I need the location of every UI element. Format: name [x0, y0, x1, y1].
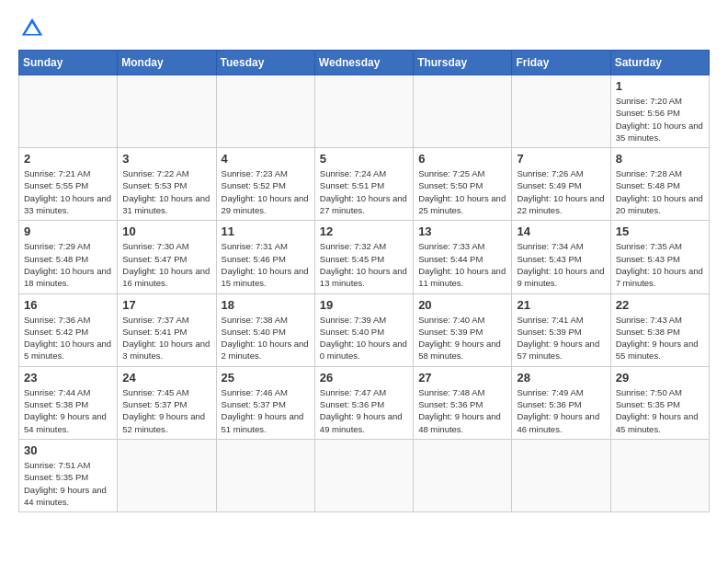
- calendar-cell: [512, 75, 610, 148]
- cell-info-text: Sunrise: 7:40 AM Sunset: 5:39 PM Dayligh…: [418, 314, 506, 362]
- cell-info-text: Sunrise: 7:25 AM Sunset: 5:50 PM Dayligh…: [418, 167, 506, 216]
- cell-info-text: Sunrise: 7:39 AM Sunset: 5:40 PM Dayligh…: [320, 314, 408, 362]
- calendar-week-row: 16Sunrise: 7:36 AM Sunset: 5:42 PM Dayli…: [19, 293, 710, 366]
- cell-info-text: Sunrise: 7:50 AM Sunset: 5:35 PM Dayligh…: [616, 386, 704, 435]
- cell-info-text: Sunrise: 7:49 AM Sunset: 5:36 PM Dayligh…: [517, 386, 605, 435]
- calendar-cell: 2Sunrise: 7:21 AM Sunset: 5:55 PM Daylig…: [19, 148, 118, 221]
- calendar-cell: [216, 439, 314, 511]
- calendar-cell: [314, 439, 413, 511]
- cell-info-text: Sunrise: 7:37 AM Sunset: 5:41 PM Dayligh…: [122, 314, 210, 362]
- calendar-cell: 4Sunrise: 7:23 AM Sunset: 5:52 PM Daylig…: [216, 148, 314, 221]
- calendar-week-row: 23Sunrise: 7:44 AM Sunset: 5:38 PM Dayli…: [19, 366, 710, 439]
- cell-info-text: Sunrise: 7:41 AM Sunset: 5:39 PM Dayligh…: [517, 314, 605, 362]
- cell-date-number: 20: [418, 298, 506, 312]
- logo-icon: [18, 15, 46, 42]
- cell-date-number: 2: [24, 152, 112, 166]
- calendar-cell: 8Sunrise: 7:28 AM Sunset: 5:48 PM Daylig…: [610, 148, 709, 221]
- calendar-cell: 26Sunrise: 7:47 AM Sunset: 5:36 PM Dayli…: [314, 366, 413, 439]
- cell-info-text: Sunrise: 7:20 AM Sunset: 5:56 PM Dayligh…: [616, 95, 704, 144]
- cell-info-text: Sunrise: 7:51 AM Sunset: 5:35 PM Dayligh…: [24, 459, 112, 508]
- calendar-cell: 24Sunrise: 7:45 AM Sunset: 5:37 PM Dayli…: [118, 366, 216, 439]
- cell-date-number: 23: [24, 371, 112, 385]
- calendar-cell: 19Sunrise: 7:39 AM Sunset: 5:40 PM Dayli…: [314, 293, 413, 366]
- cell-date-number: 26: [320, 371, 408, 385]
- cell-date-number: 4: [222, 152, 310, 166]
- cell-date-number: 22: [616, 298, 704, 312]
- calendar-cell: 3Sunrise: 7:22 AM Sunset: 5:53 PM Daylig…: [118, 148, 216, 221]
- cell-info-text: Sunrise: 7:47 AM Sunset: 5:36 PM Dayligh…: [320, 386, 408, 435]
- calendar-cell: 6Sunrise: 7:25 AM Sunset: 5:50 PM Daylig…: [414, 148, 512, 221]
- cell-date-number: 14: [517, 224, 605, 238]
- calendar-cell: [216, 75, 314, 148]
- cell-info-text: Sunrise: 7:43 AM Sunset: 5:38 PM Dayligh…: [616, 314, 704, 362]
- calendar-week-row: 2Sunrise: 7:21 AM Sunset: 5:55 PM Daylig…: [19, 148, 710, 221]
- weekday-header-friday: Friday: [512, 51, 610, 75]
- weekday-header-monday: Monday: [118, 51, 216, 75]
- logo: [18, 15, 50, 42]
- calendar-week-row: 1Sunrise: 7:20 AM Sunset: 5:56 PM Daylig…: [19, 75, 710, 148]
- calendar-cell: 28Sunrise: 7:49 AM Sunset: 5:36 PM Dayli…: [512, 366, 610, 439]
- calendar-cell: 16Sunrise: 7:36 AM Sunset: 5:42 PM Dayli…: [19, 293, 118, 366]
- cell-date-number: 8: [616, 152, 704, 166]
- cell-date-number: 30: [24, 443, 112, 457]
- cell-info-text: Sunrise: 7:29 AM Sunset: 5:48 PM Dayligh…: [24, 240, 112, 289]
- calendar-cell: 15Sunrise: 7:35 AM Sunset: 5:43 PM Dayli…: [610, 221, 709, 293]
- calendar-week-row: 30Sunrise: 7:51 AM Sunset: 5:35 PM Dayli…: [19, 439, 710, 511]
- calendar-cell: 13Sunrise: 7:33 AM Sunset: 5:44 PM Dayli…: [414, 221, 512, 293]
- calendar-cell: [610, 439, 709, 511]
- cell-info-text: Sunrise: 7:48 AM Sunset: 5:36 PM Dayligh…: [418, 386, 506, 435]
- calendar-cell: [414, 75, 512, 148]
- calendar-cell: 30Sunrise: 7:51 AM Sunset: 5:35 PM Dayli…: [19, 439, 118, 511]
- cell-date-number: 13: [418, 224, 506, 238]
- cell-date-number: 10: [122, 224, 210, 238]
- cell-date-number: 12: [320, 224, 408, 238]
- cell-date-number: 3: [122, 152, 210, 166]
- cell-info-text: Sunrise: 7:21 AM Sunset: 5:55 PM Dayligh…: [24, 167, 112, 216]
- cell-info-text: Sunrise: 7:30 AM Sunset: 5:47 PM Dayligh…: [122, 240, 210, 289]
- cell-info-text: Sunrise: 7:44 AM Sunset: 5:38 PM Dayligh…: [24, 386, 112, 435]
- calendar-cell: 17Sunrise: 7:37 AM Sunset: 5:41 PM Dayli…: [118, 293, 216, 366]
- calendar-cell: [314, 75, 413, 148]
- calendar-cell: 12Sunrise: 7:32 AM Sunset: 5:45 PM Dayli…: [314, 221, 413, 293]
- calendar-cell: 7Sunrise: 7:26 AM Sunset: 5:49 PM Daylig…: [512, 148, 610, 221]
- cell-date-number: 19: [320, 298, 408, 312]
- calendar-cell: [118, 439, 216, 511]
- cell-info-text: Sunrise: 7:31 AM Sunset: 5:46 PM Dayligh…: [222, 240, 310, 289]
- calendar-cell: [19, 75, 118, 148]
- calendar-cell: [118, 75, 216, 148]
- calendar-cell: 27Sunrise: 7:48 AM Sunset: 5:36 PM Dayli…: [414, 366, 512, 439]
- weekday-header-row: SundayMondayTuesdayWednesdayThursdayFrid…: [19, 51, 710, 75]
- cell-date-number: 28: [517, 371, 605, 385]
- weekday-header-wednesday: Wednesday: [314, 51, 413, 75]
- weekday-header-tuesday: Tuesday: [216, 51, 314, 75]
- cell-info-text: Sunrise: 7:38 AM Sunset: 5:40 PM Dayligh…: [222, 314, 310, 362]
- calendar-cell: 14Sunrise: 7:34 AM Sunset: 5:43 PM Dayli…: [512, 221, 610, 293]
- weekday-header-thursday: Thursday: [414, 51, 512, 75]
- weekday-header-sunday: Sunday: [19, 51, 118, 75]
- cell-date-number: 27: [418, 371, 506, 385]
- cell-date-number: 21: [517, 298, 605, 312]
- calendar-cell: 29Sunrise: 7:50 AM Sunset: 5:35 PM Dayli…: [610, 366, 709, 439]
- cell-info-text: Sunrise: 7:34 AM Sunset: 5:43 PM Dayligh…: [517, 240, 605, 289]
- cell-date-number: 7: [517, 152, 605, 166]
- calendar-cell: 10Sunrise: 7:30 AM Sunset: 5:47 PM Dayli…: [118, 221, 216, 293]
- cell-date-number: 24: [122, 371, 210, 385]
- calendar-cell: 5Sunrise: 7:24 AM Sunset: 5:51 PM Daylig…: [314, 148, 413, 221]
- calendar-week-row: 9Sunrise: 7:29 AM Sunset: 5:48 PM Daylig…: [19, 221, 710, 293]
- cell-date-number: 1: [616, 79, 704, 93]
- cell-date-number: 17: [122, 298, 210, 312]
- calendar-cell: 20Sunrise: 7:40 AM Sunset: 5:39 PM Dayli…: [414, 293, 512, 366]
- calendar-cell: 9Sunrise: 7:29 AM Sunset: 5:48 PM Daylig…: [19, 221, 118, 293]
- calendar-cell: 25Sunrise: 7:46 AM Sunset: 5:37 PM Dayli…: [216, 366, 314, 439]
- cell-info-text: Sunrise: 7:35 AM Sunset: 5:43 PM Dayligh…: [616, 240, 704, 289]
- cell-date-number: 9: [24, 224, 112, 238]
- cell-date-number: 5: [320, 152, 408, 166]
- calendar-cell: [512, 439, 610, 511]
- cell-info-text: Sunrise: 7:23 AM Sunset: 5:52 PM Dayligh…: [222, 167, 310, 216]
- cell-date-number: 29: [616, 371, 704, 385]
- weekday-header-saturday: Saturday: [610, 51, 709, 75]
- cell-date-number: 18: [222, 298, 310, 312]
- cell-info-text: Sunrise: 7:33 AM Sunset: 5:44 PM Dayligh…: [418, 240, 506, 289]
- calendar-table: SundayMondayTuesdayWednesdayThursdayFrid…: [18, 50, 710, 512]
- cell-info-text: Sunrise: 7:28 AM Sunset: 5:48 PM Dayligh…: [616, 167, 704, 216]
